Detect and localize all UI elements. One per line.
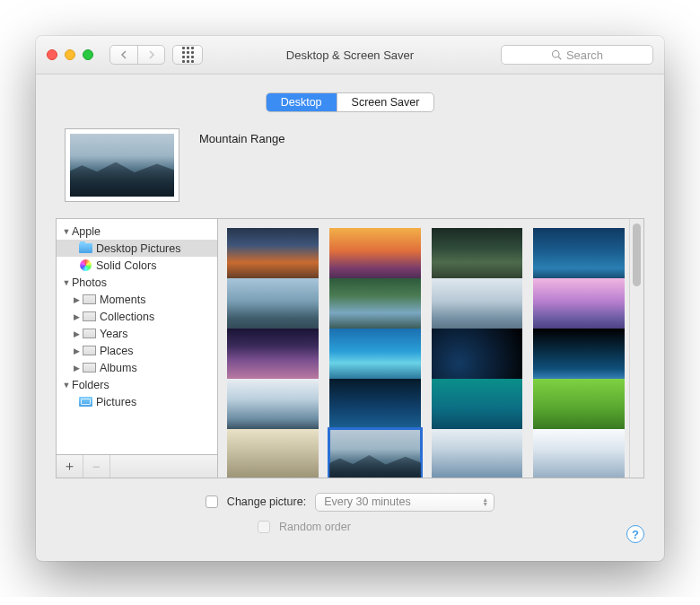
bottom-controls: Change picture: Every 30 minutes ▲▼ Rand…	[56, 478, 644, 543]
wallpaper-name: Mountain Range	[199, 128, 284, 145]
disclosure-triangle-down-icon: ▼	[62, 227, 71, 236]
library-icon	[82, 328, 96, 340]
tab-row: Desktop Screen Saver	[56, 92, 644, 112]
random-order-checkbox	[258, 521, 270, 533]
toolbar-nav	[109, 45, 203, 65]
library-icon	[82, 362, 96, 374]
random-order-label: Random order	[279, 521, 351, 533]
disclosure-triangle-right-icon: ▶	[72, 295, 81, 304]
tree-label: Desktop Pictures	[96, 242, 180, 255]
tree-label: Folders	[72, 379, 109, 391]
random-order-row: Random order	[56, 516, 644, 538]
svg-point-0	[552, 51, 559, 58]
wallpaper-thumb[interactable]	[432, 329, 523, 386]
change-picture-row: Change picture: Every 30 minutes ▲▼	[56, 491, 644, 513]
disclosure-triangle-right-icon: ▶	[72, 329, 81, 338]
wallpaper-thumb[interactable]	[533, 379, 625, 436]
search-placeholder: Search	[566, 48, 603, 62]
color-wheel-icon	[78, 259, 92, 272]
chevron-right-icon	[148, 50, 155, 59]
disclosure-triangle-right-icon: ▶	[72, 364, 81, 373]
content-area: Desktop Screen Saver Mountain Range ▼ Ap…	[36, 75, 664, 561]
sidebar-toolbar: ＋ −	[57, 454, 218, 478]
tab-segment: Desktop Screen Saver	[266, 92, 435, 112]
tree-label: Places	[100, 345, 134, 357]
sidebar: ▼ Apple Desktop Pictures Solid Colors	[57, 219, 218, 478]
back-button[interactable]	[110, 46, 137, 64]
tab-screensaver[interactable]: Screen Saver	[337, 93, 434, 111]
wallpaper-thumb[interactable]	[227, 278, 319, 336]
scrollbar[interactable]	[629, 219, 643, 478]
wallpaper-thumb[interactable]	[329, 329, 421, 386]
wallpaper-thumb[interactable]	[227, 228, 319, 285]
tree-item-collections[interactable]: ▶ Collections	[57, 308, 217, 325]
interval-value: Every 30 minutes	[324, 495, 411, 508]
wallpaper-thumb[interactable]	[533, 228, 625, 285]
library-icon	[82, 345, 96, 357]
pictures-folder-icon	[78, 396, 92, 408]
show-all-button[interactable]	[172, 45, 203, 65]
wallpaper-thumb[interactable]	[432, 228, 523, 285]
tab-desktop[interactable]: Desktop	[267, 93, 337, 111]
wallpaper-thumb[interactable]	[533, 278, 625, 336]
disclosure-triangle-down-icon: ▼	[62, 381, 71, 390]
disclosure-triangle-right-icon: ▶	[72, 312, 81, 321]
tree-label: Pictures	[96, 396, 136, 408]
search-icon	[551, 49, 562, 60]
wallpaper-thumb[interactable]	[227, 329, 319, 386]
wallpaper-thumb[interactable]	[329, 278, 421, 336]
wallpaper-preview-image	[70, 134, 174, 197]
tree-item-pictures[interactable]: Pictures	[57, 393, 217, 410]
wallpaper-preview	[65, 128, 179, 202]
tree-group-photos[interactable]: ▼ Photos	[57, 274, 217, 291]
change-picture-checkbox[interactable]	[206, 495, 218, 508]
tree-item-solid-colors[interactable]: Solid Colors	[57, 257, 217, 274]
interval-combobox[interactable]: Every 30 minutes ▲▼	[315, 493, 494, 512]
nav-segment	[109, 45, 165, 65]
tree-item-albums[interactable]: ▶ Albums	[57, 359, 217, 376]
tree-group-folders[interactable]: ▼ Folders	[57, 376, 217, 393]
wallpaper-thumb-selected[interactable]	[329, 429, 421, 478]
scroll-knob[interactable]	[633, 224, 641, 286]
wallpaper-thumb[interactable]	[227, 379, 319, 436]
picker-panel: ▼ Apple Desktop Pictures Solid Colors	[56, 218, 644, 478]
forward-button[interactable]	[137, 46, 164, 64]
wallpaper-thumb[interactable]	[533, 429, 625, 478]
updown-icon: ▲▼	[482, 497, 488, 506]
tree-item-places[interactable]: ▶ Places	[57, 342, 217, 359]
wallpaper-thumb[interactable]	[432, 278, 523, 336]
tree-item-moments[interactable]: ▶ Moments	[57, 291, 217, 308]
titlebar: Desktop & Screen Saver Search	[36, 36, 664, 75]
remove-folder-button[interactable]: −	[83, 455, 110, 478]
tree-label: Photos	[72, 276, 107, 289]
tree-label: Apple	[72, 225, 101, 238]
folder-icon	[78, 242, 92, 255]
tree-label: Albums	[100, 362, 137, 374]
svg-line-1	[558, 57, 561, 59]
tree-label: Collections	[100, 311, 154, 323]
add-folder-button[interactable]: ＋	[57, 455, 83, 478]
source-tree: ▼ Apple Desktop Pictures Solid Colors	[57, 219, 218, 454]
preview-row: Mountain Range	[56, 128, 644, 218]
wallpaper-thumb[interactable]	[432, 429, 523, 478]
tree-item-years[interactable]: ▶ Years	[57, 325, 217, 342]
tree-item-desktop-pictures[interactable]: Desktop Pictures	[57, 240, 217, 257]
wallpaper-thumb[interactable]	[432, 379, 523, 436]
grid-icon	[182, 47, 194, 63]
change-picture-label: Change picture:	[227, 495, 306, 508]
zoom-button[interactable]	[83, 49, 93, 60]
help-button[interactable]: ?	[626, 525, 644, 543]
thumbnail-grid-container	[218, 219, 643, 478]
wallpaper-thumb[interactable]	[533, 329, 625, 386]
tree-group-apple[interactable]: ▼ Apple	[57, 223, 217, 240]
search-field[interactable]: Search	[501, 45, 653, 65]
disclosure-triangle-right-icon: ▶	[72, 346, 81, 355]
tree-label: Solid Colors	[96, 259, 156, 272]
close-button[interactable]	[47, 49, 57, 60]
minimize-button[interactable]	[65, 49, 75, 60]
tree-label: Years	[100, 328, 128, 340]
chevron-left-icon	[120, 50, 127, 59]
wallpaper-thumb[interactable]	[227, 429, 319, 478]
wallpaper-thumb[interactable]	[329, 379, 421, 436]
wallpaper-thumb[interactable]	[329, 228, 421, 285]
